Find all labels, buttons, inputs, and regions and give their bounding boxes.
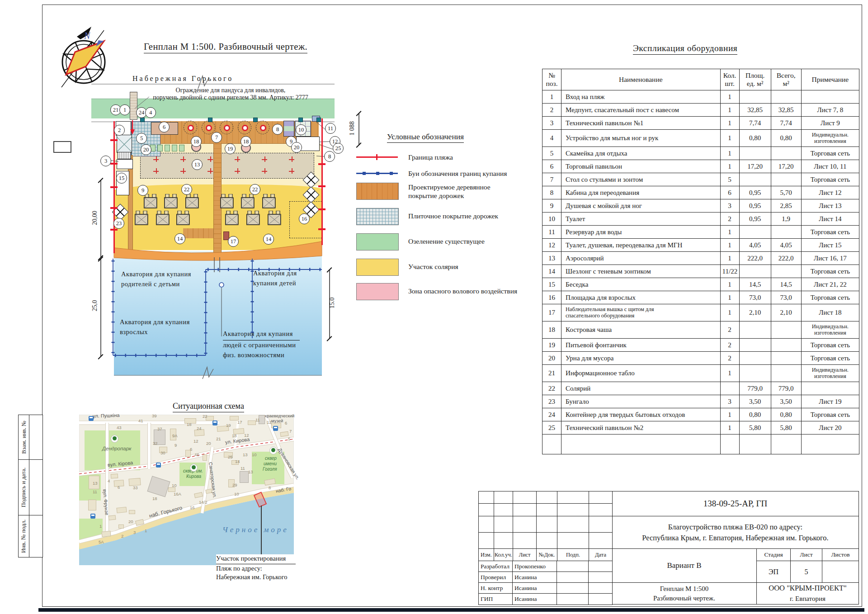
legend-swatch-wood bbox=[356, 183, 399, 200]
exp-cell: Беседка bbox=[561, 278, 721, 291]
exp-header: № поз. bbox=[542, 69, 561, 90]
legend-title: Условные обозначения bbox=[387, 132, 464, 143]
legend-swatch-green bbox=[356, 233, 399, 250]
sitmap-title: Ситуационная схема bbox=[173, 401, 244, 412]
exp-cell: 0,95 bbox=[739, 213, 771, 226]
map-house-number: 11 bbox=[93, 489, 97, 494]
table-row: 14Шезлонг с теневым зонтиком11/22Торгова… bbox=[542, 265, 859, 278]
umbrella-table-icon bbox=[202, 121, 215, 134]
map-house-number: 32 bbox=[153, 441, 158, 446]
umbrella-center bbox=[188, 125, 194, 131]
exp-cell bbox=[739, 90, 771, 104]
exp-cell: 25 bbox=[542, 421, 561, 435]
aerosolarium-area bbox=[140, 153, 314, 179]
exp-cell: 4,05 bbox=[739, 239, 771, 252]
sunlounger-glyph bbox=[176, 211, 190, 225]
table-row: 22Солярий779,0779,0 bbox=[542, 382, 859, 395]
exp-cell bbox=[771, 173, 801, 186]
exp-cell: Туалет, душевая, переодевалка для МГН bbox=[561, 239, 721, 252]
marker-leader bbox=[261, 505, 262, 555]
sunlounger-glyph bbox=[262, 194, 276, 208]
exp-cell: 19 bbox=[542, 339, 561, 352]
map-house-number: 43 bbox=[117, 425, 122, 430]
ramp-building bbox=[118, 152, 131, 159]
stamp-person-cell: Прокопенко bbox=[512, 561, 557, 572]
exp-cell: Контейнер для твердых бытовых отходов bbox=[561, 408, 721, 421]
sunlounger-glyph bbox=[144, 194, 157, 208]
exp-cell: Вход на пляж bbox=[561, 90, 721, 104]
exp-cell: Индивидуальн. изготовления bbox=[801, 321, 859, 339]
exp-cell: 2 bbox=[720, 321, 739, 339]
table-row: 25Технический павильон №215,805,80Лист 2… bbox=[542, 421, 859, 435]
dim-25: 25,0 bbox=[91, 285, 99, 326]
promenade-marker-icon bbox=[316, 118, 321, 122]
sunlounger-glyph bbox=[241, 194, 255, 208]
table-row: 16Площадка для взрослых173,073,0Торговая… bbox=[542, 291, 859, 304]
exp-cell: 4,05 bbox=[771, 239, 801, 252]
map-house-number: 5А bbox=[99, 539, 104, 544]
sheet-bottom-bar bbox=[38, 608, 864, 612]
side-box-podpis: Подпись и дата. bbox=[18, 459, 29, 515]
callout-line1: Ограждение для пандуса для инвалидов, bbox=[149, 87, 312, 94]
map-house-number: 37 bbox=[157, 426, 162, 431]
map-house-number: 10 bbox=[172, 483, 177, 488]
zone-adults-label: Акватория для купания взрослых bbox=[120, 317, 190, 337]
exp-cell: 1 bbox=[542, 90, 561, 104]
tree-crown bbox=[113, 436, 117, 440]
exp-cell: 0,95 bbox=[739, 199, 771, 213]
sunlounger-glyph bbox=[185, 194, 199, 208]
legend-tick bbox=[376, 154, 377, 160]
map-house-number: 17 bbox=[237, 420, 242, 425]
exp-cell: 4 bbox=[542, 130, 561, 147]
exp-cell: Лист 13 bbox=[801, 199, 859, 213]
greenery-box-icon bbox=[157, 145, 163, 151]
hatched-building bbox=[117, 135, 132, 153]
project-name: Благоустройство пляжа ЕВ-020 по адресу:Р… bbox=[642, 522, 828, 543]
table-row: 5Скамейка для отдыха1Торговая сеть bbox=[542, 147, 859, 160]
title-block: 138-09-25-АР, ГП Благоустройство пляжа Е… bbox=[478, 491, 859, 605]
map-street-label: Гоголя bbox=[263, 467, 277, 472]
marker-note-line3: Набережная им. Горького bbox=[216, 573, 296, 581]
exp-cell: Резервуар для воды bbox=[561, 226, 721, 239]
boundary-tick bbox=[110, 207, 118, 209]
exp-cell: 6 bbox=[720, 186, 739, 199]
bus-window bbox=[90, 417, 93, 418]
rev-blank-cell bbox=[478, 532, 494, 549]
exp-cell: 1 bbox=[720, 104, 739, 117]
sunlounger-glyph bbox=[164, 194, 178, 208]
greenery-box-icon bbox=[172, 145, 177, 151]
exp-cell: Торговая сеть bbox=[801, 147, 859, 160]
map-house-number: 2 bbox=[121, 534, 123, 538]
exp-cell: Лист 19 bbox=[801, 395, 859, 408]
exp-cell bbox=[739, 265, 771, 278]
legend-buoy-dot bbox=[363, 172, 366, 175]
exp-cell: 222,0 bbox=[739, 252, 771, 265]
umbrella-center bbox=[224, 125, 230, 131]
exp-cell: Лист 12 bbox=[801, 186, 859, 199]
legend-label: Граница пляжа bbox=[408, 153, 453, 161]
org-cell: ООО "КРЫМ-ПРОЕКТ"г. Евпатория bbox=[756, 582, 859, 605]
map-house-number: 5 bbox=[288, 436, 290, 441]
exp-cell: Индивидуальн. изготовления bbox=[801, 365, 859, 382]
exp-cell: 0,80 bbox=[771, 130, 801, 147]
wood-arm bbox=[183, 228, 213, 238]
exp-cell: 1,9 bbox=[771, 213, 801, 226]
item-balloon: 25 bbox=[333, 143, 344, 154]
exp-cell: 0,95 bbox=[739, 186, 771, 199]
map-building bbox=[129, 510, 135, 514]
exp-cell: 1 bbox=[720, 408, 739, 421]
exp-cell: Торговая сеть bbox=[801, 265, 859, 278]
exp-cell bbox=[739, 339, 771, 352]
exp-cell bbox=[771, 352, 801, 365]
bus-window bbox=[274, 427, 277, 428]
exp-cell: 7,74 bbox=[771, 117, 801, 130]
exp-cell: 2 bbox=[720, 339, 739, 352]
exp-cell: Технический павильон №2 bbox=[561, 421, 721, 435]
exp-cell: Торговая сеть bbox=[801, 226, 859, 239]
item-balloon: 16 bbox=[299, 213, 310, 224]
rev-blank-cell bbox=[513, 491, 537, 504]
exp-cell: 16 bbox=[542, 291, 561, 304]
map-house-number: 20 bbox=[128, 519, 133, 524]
side-label: Инв. № подл. bbox=[20, 520, 28, 553]
exp-cell: 21 bbox=[542, 365, 561, 382]
